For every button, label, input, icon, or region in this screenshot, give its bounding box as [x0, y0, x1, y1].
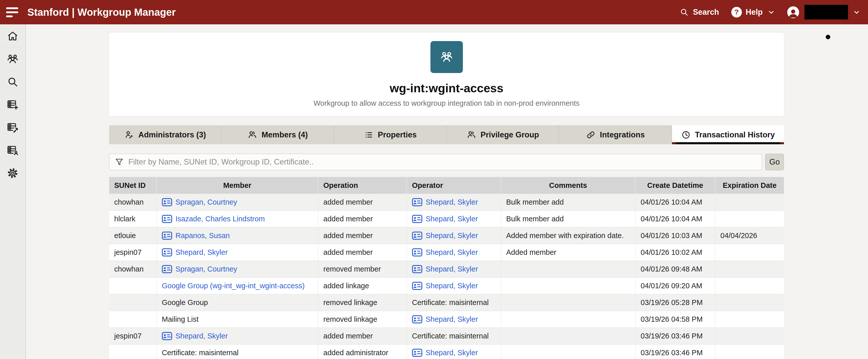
tab-transactional-history[interactable]: Transactional History: [672, 125, 784, 144]
expiration-date-cell: [715, 244, 784, 260]
operator-cell: Shepard, Skyler: [407, 244, 501, 260]
entity-link[interactable]: Shepard, Skyler: [162, 332, 228, 340]
table-row: jespin07 Shepard, Skyleradded member She…: [109, 244, 784, 261]
sunet-id-cell: jespin07: [109, 328, 157, 344]
entity-name: Shepard, Skyler: [426, 248, 478, 256]
entity-name: Shepard, Skyler: [176, 248, 228, 256]
contact-card-icon: [412, 231, 422, 240]
tab-bar: Administrators (3) Members (4) Propertie…: [109, 125, 784, 144]
contact-card-icon: [162, 332, 172, 340]
table-add-icon: [6, 99, 19, 111]
comments-cell: [501, 278, 636, 294]
filter-funnel-icon: [115, 158, 124, 167]
member-cell: Spragan, Courtney: [157, 194, 318, 211]
search-icon: [6, 76, 19, 88]
contact-card-icon: [412, 215, 422, 223]
sidebar-item-settings[interactable]: [0, 162, 25, 185]
go-button[interactable]: Go: [765, 154, 784, 170]
entity-link[interactable]: Spragan, Courtney: [162, 265, 237, 273]
comments-cell: Added member: [501, 244, 636, 260]
entity-link[interactable]: Google Group (wg-int_wg-int_wgint-access…: [162, 282, 305, 290]
operator-cell: Shepard, Skyler: [407, 261, 501, 277]
sidebar-item-create-workgroup[interactable]: [0, 93, 25, 116]
sunet-id-cell: [109, 311, 157, 328]
contact-card-icon: [412, 349, 422, 357]
entity-link[interactable]: Shepard, Skyler: [412, 349, 478, 357]
tab-members-4[interactable]: Members (4): [222, 125, 335, 144]
operation-cell: added member: [318, 244, 407, 260]
entity-link[interactable]: Shepard, Skyler: [412, 248, 478, 256]
entity-link[interactable]: Shepard, Skyler: [412, 215, 478, 223]
entity-link[interactable]: Shepard, Skyler: [412, 315, 478, 324]
operation-cell: added member: [318, 211, 407, 227]
entity-link[interactable]: Shepard, Skyler: [412, 265, 478, 273]
member-cell: Certificate: maisinternal: [157, 344, 318, 359]
contact-card-icon: [412, 198, 422, 206]
filter-box: [109, 154, 762, 170]
tab-label: Administrators (3): [138, 130, 206, 139]
search-button[interactable]: Search: [679, 7, 719, 17]
create-datetime-cell: 04/01/26 10:02 AM: [636, 244, 715, 260]
operator-cell: Shepard, Skyler: [407, 278, 501, 294]
expiration-date-cell: [715, 344, 784, 359]
member-cell: Shepard, Skyler: [157, 244, 318, 260]
expiration-date-cell: [715, 328, 784, 344]
people-icon: [248, 130, 257, 140]
cursor-dot: [826, 35, 830, 39]
tab-privilege-group[interactable]: Privilege Group: [447, 125, 560, 144]
entity-name: Shepard, Skyler: [426, 198, 478, 206]
table-row: Mailing Listremoved linkage Shepard, Sky…: [109, 311, 784, 328]
sidebar-item-workgroups[interactable]: [0, 48, 25, 71]
create-datetime-cell: 04/01/26 09:20 AM: [636, 278, 715, 294]
column-header-comments: Comments: [501, 177, 636, 194]
comments-cell: Added member with expiration date.: [501, 227, 636, 244]
create-datetime-cell: 04/01/26 09:48 AM: [636, 261, 715, 277]
contact-card-icon: [162, 248, 172, 256]
operation-cell: added linkage: [318, 278, 407, 294]
sidebar-item-manage-workgroups[interactable]: [0, 116, 25, 139]
contact-card-icon: [412, 248, 422, 256]
tab-administrators-3[interactable]: Administrators (3): [109, 125, 222, 144]
comments-cell: [501, 294, 636, 311]
entity-name: Google Group (wg-int_wg-int_wgint-access…: [162, 282, 305, 290]
table-row: Certificate: maisinternaladded administr…: [109, 344, 784, 359]
operator-cell: Certificate: maisinternal: [407, 294, 501, 311]
sunet-id-cell: [109, 278, 157, 294]
contact-card-icon: [162, 231, 172, 240]
entity-name: Shepard, Skyler: [426, 215, 478, 223]
entity-name: Shepard, Skyler: [426, 349, 478, 357]
help-menu[interactable]: ? Help: [731, 7, 775, 18]
column-header-member: Member: [157, 177, 318, 194]
expiration-date-cell: [715, 194, 784, 211]
entity-link[interactable]: Shepard, Skyler: [412, 231, 478, 240]
entity-link[interactable]: Isazade, Charles Lindstrom: [162, 215, 265, 223]
entity-link[interactable]: Shepard, Skyler: [412, 198, 478, 206]
tab-label: Integrations: [600, 130, 645, 139]
entity-name: Shepard, Skyler: [426, 282, 478, 290]
entity-link[interactable]: Shepard, Skyler: [412, 282, 478, 290]
table-header-row: SUNet IDMemberOperationOperatorCommentsC…: [109, 177, 784, 194]
contact-card-icon: [412, 282, 422, 290]
comments-cell: [501, 328, 636, 344]
column-header-create-datetime: Create Datetime: [636, 177, 715, 194]
table-person-icon: [6, 144, 19, 157]
create-datetime-cell: 03/19/26 05:28 PM: [636, 294, 715, 311]
filter-input[interactable]: [128, 157, 756, 167]
contact-card-icon: [412, 315, 422, 324]
groups-icon: [6, 53, 19, 65]
user-menu[interactable]: [787, 5, 860, 20]
home-icon: [6, 30, 19, 43]
tab-properties[interactable]: Properties: [334, 125, 447, 144]
transaction-table: SUNet IDMemberOperationOperatorCommentsC…: [109, 177, 784, 359]
tab-integrations[interactable]: Integrations: [559, 125, 672, 144]
topbar-right: Search ? Help: [679, 5, 860, 20]
entity-link[interactable]: Shepard, Skyler: [162, 248, 228, 256]
tab-label: Transactional History: [695, 130, 775, 139]
entity-link[interactable]: Rapanos, Susan: [162, 231, 230, 240]
member-cell: Google Group (wg-int_wg-int_wgint-access…: [157, 278, 318, 294]
entity-link[interactable]: Spragan, Courtney: [162, 198, 237, 206]
sidebar-item-home[interactable]: [0, 25, 25, 48]
sidebar-item-search[interactable]: [0, 71, 25, 93]
hamburger-menu-icon[interactable]: [6, 7, 18, 17]
sidebar-item-workgroup-members[interactable]: [0, 139, 25, 162]
